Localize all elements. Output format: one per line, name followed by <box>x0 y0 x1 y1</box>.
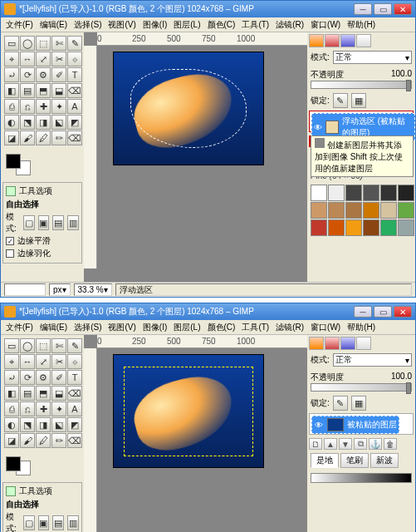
mode-replace-icon[interactable]: ▢ <box>23 215 35 230</box>
delete-layer-button[interactable]: 🗑 <box>384 438 397 450</box>
tool-button[interactable]: ◩ <box>67 115 82 130</box>
canvas-area[interactable]: 02505007501000 <box>84 335 307 532</box>
tool-button[interactable]: ✐ <box>51 67 66 82</box>
tool-button[interactable]: ⚙ <box>36 370 51 385</box>
tool-button[interactable]: ◪ <box>4 433 19 448</box>
mode-add-icon[interactable]: ▣ <box>38 515 50 530</box>
tool-button[interactable]: ↔ <box>20 52 35 66</box>
tool-button[interactable]: ⬚ <box>36 36 51 51</box>
blend-mode-dropdown[interactable]: 正常▾ <box>333 353 412 367</box>
lower-layer-button[interactable]: ▼ <box>339 438 352 450</box>
tool-button[interactable]: ⟐ <box>67 354 82 369</box>
unit-box[interactable]: px ▾ <box>49 283 71 296</box>
tool-button[interactable]: ◯ <box>20 36 35 51</box>
pattern-swatch[interactable] <box>363 202 379 219</box>
tool-button[interactable]: ⟳ <box>20 67 35 82</box>
dock-tab[interactable]: 是地 <box>311 453 339 468</box>
tool-button[interactable]: A <box>67 401 82 416</box>
tool-button[interactable]: ⬒ <box>36 83 51 98</box>
mode-sub-icon[interactable]: ▤ <box>52 215 64 230</box>
channels-tab-icon[interactable] <box>325 34 340 47</box>
mode-sub-icon[interactable]: ▤ <box>52 515 64 530</box>
pattern-swatch[interactable] <box>345 202 362 219</box>
tool-button[interactable]: ◯ <box>20 338 35 353</box>
tool-button[interactable]: ⤢ <box>36 52 51 66</box>
tool-button[interactable]: ✎ <box>67 36 82 51</box>
tool-button[interactable]: ◨ <box>36 115 51 130</box>
tool-button[interactable]: ⟳ <box>20 370 35 385</box>
color-swatch[interactable] <box>6 154 31 175</box>
tool-button[interactable]: 🖌 <box>20 433 35 448</box>
undo-tab-icon[interactable] <box>356 337 371 350</box>
layers-tab-icon[interactable] <box>309 34 324 47</box>
menu-item[interactable]: 文件(F) <box>6 322 33 332</box>
menu-item[interactable]: 选择(S) <box>74 322 101 332</box>
menu-item[interactable]: 图像(I) <box>143 19 167 30</box>
maximize-button[interactable]: ▭ <box>374 306 392 318</box>
minimize-button[interactable]: ─ <box>354 3 372 15</box>
tool-button[interactable]: ⌫ <box>67 433 82 448</box>
pattern-swatch[interactable] <box>363 185 379 201</box>
gradient-preview[interactable] <box>311 473 412 483</box>
tool-button[interactable]: ✚ <box>36 99 51 114</box>
color-swatch[interactable] <box>6 456 31 475</box>
tool-button[interactable]: ✚ <box>36 401 51 416</box>
pattern-swatch[interactable] <box>398 219 414 236</box>
menu-item[interactable]: 窗口(W) <box>311 19 340 30</box>
pattern-swatch[interactable] <box>380 219 397 236</box>
lock-alpha-icon[interactable]: ▦ <box>351 93 366 108</box>
maximize-button[interactable]: ▭ <box>374 3 392 15</box>
undo-tab-icon[interactable] <box>356 34 371 47</box>
menu-item[interactable]: 颜色(C) <box>208 19 236 30</box>
minimize-button[interactable]: ─ <box>354 306 372 318</box>
tool-button[interactable]: T <box>67 67 82 82</box>
mode-replace-icon[interactable]: ▢ <box>23 515 35 530</box>
tool-button[interactable]: 🖊 <box>36 131 51 145</box>
dock-tab[interactable]: 新波 <box>370 453 399 468</box>
layers-tab-icon[interactable] <box>309 337 324 350</box>
tool-button[interactable]: ⬓ <box>51 83 66 98</box>
tool-button[interactable]: ⎙ <box>4 99 19 114</box>
menu-item[interactable]: 窗口(W) <box>311 322 340 332</box>
tool-button[interactable]: ⌫ <box>67 131 82 145</box>
lock-pixels-icon[interactable]: ✎ <box>333 396 348 411</box>
tool-button[interactable]: ⟐ <box>67 52 82 66</box>
pattern-swatch[interactable] <box>328 185 345 201</box>
tool-button[interactable]: ✄ <box>51 338 66 353</box>
pattern-swatch[interactable] <box>380 185 397 201</box>
tool-button[interactable]: ⬔ <box>20 115 35 130</box>
menu-item[interactable]: 图像(I) <box>143 322 167 332</box>
titlebar[interactable]: *[Jellyfish] (已导入)-1.0 (RGB 颜色, 2 个图层) 1… <box>1 1 415 17</box>
tool-button[interactable]: ◐ <box>4 417 19 432</box>
image-canvas[interactable] <box>114 52 263 165</box>
image-canvas[interactable] <box>114 355 263 467</box>
tool-button[interactable]: ⬕ <box>51 417 66 432</box>
tool-button[interactable]: ▭ <box>4 36 19 51</box>
menu-item[interactable]: 帮助(H) <box>347 19 375 30</box>
tool-button[interactable]: T <box>67 370 82 385</box>
pattern-swatch[interactable] <box>328 202 345 219</box>
fg-color[interactable] <box>6 154 21 169</box>
menu-item[interactable]: 视图(V) <box>108 322 135 332</box>
tool-button[interactable]: ◐ <box>4 115 19 130</box>
tool-button[interactable]: ⬕ <box>51 115 66 130</box>
tool-button[interactable]: ⌖ <box>4 354 19 369</box>
tool-button[interactable]: ✦ <box>51 99 66 114</box>
tool-button[interactable]: ◨ <box>36 417 51 432</box>
tool-button[interactable]: 🖊 <box>36 433 51 448</box>
eye-icon[interactable]: 👁 <box>314 122 322 132</box>
tool-button[interactable]: ▭ <box>4 338 19 353</box>
opacity-slider[interactable] <box>311 383 412 392</box>
tool-button[interactable]: ⤢ <box>36 354 51 369</box>
tool-button[interactable]: ◪ <box>4 131 19 145</box>
tool-button[interactable]: ✏ <box>51 433 66 448</box>
tool-button[interactable]: ⤾ <box>4 370 19 385</box>
duplicate-layer-button[interactable]: ⧉ <box>354 438 367 450</box>
lock-pixels-icon[interactable]: ✎ <box>333 93 348 108</box>
tool-button[interactable]: ✐ <box>51 370 66 385</box>
close-button[interactable]: ✕ <box>394 306 412 318</box>
mode-int-icon[interactable]: ▥ <box>67 515 79 530</box>
pattern-swatch[interactable] <box>311 219 327 236</box>
titlebar[interactable]: *[Jellyfish] (已导入)-1.0 (RGB 颜色, 2 个图层) 1… <box>1 303 415 320</box>
pattern-swatch[interactable] <box>345 185 362 201</box>
